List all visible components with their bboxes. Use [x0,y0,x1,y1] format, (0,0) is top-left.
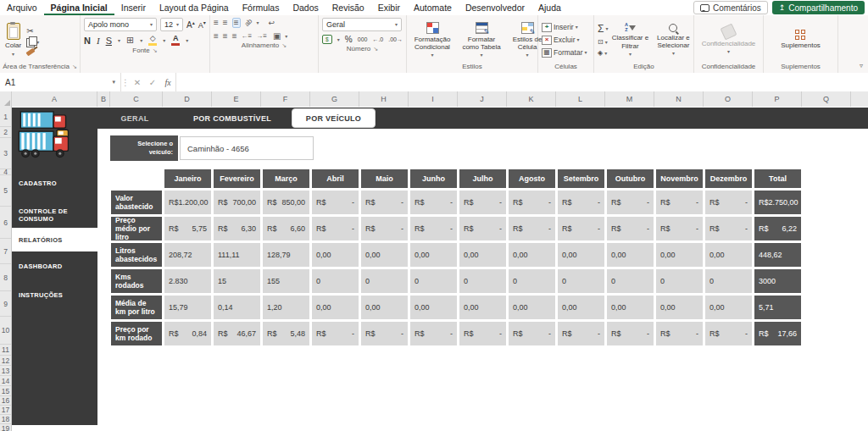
fill-color-button[interactable]: ◇ [148,35,157,46]
column-header-C[interactable]: C [110,91,163,107]
table-cell[interactable]: 0,00 [509,243,555,267]
table-cell[interactable]: R$1.200,00 [164,191,211,214]
table-cell[interactable]: R$- [607,322,654,345]
table-cell[interactable]: 5,71 [754,296,801,319]
month-header-marco[interactable]: Março [263,169,309,188]
table-cell[interactable]: R$- [410,322,457,345]
column-header-D[interactable]: D [163,91,212,107]
table-cell[interactable]: 0,00 [558,296,604,319]
decrease-decimal-icon[interactable]: .00→ [388,36,403,42]
table-cell[interactable]: 448,62 [754,243,801,267]
table-cell[interactable]: R$- [312,191,359,214]
increase-indent-icon[interactable]: →≡ [256,33,267,40]
table-cell[interactable]: R$- [558,191,604,214]
table-cell[interactable]: R$- [705,191,752,214]
underline-button[interactable]: S [106,36,112,46]
menu-tab-automate[interactable]: Automate [407,0,459,15]
dialog-launcher-icon[interactable]: ↘ [153,47,158,54]
table-cell[interactable]: 0 [705,269,752,293]
table-cell[interactable]: R$- [410,217,457,240]
menu-tab-inserir[interactable]: Inserir [114,0,153,15]
table-cell[interactable]: R$- [607,217,654,240]
bold-button[interactable]: N [84,36,91,46]
row-header-12[interactable]: 12 [0,356,11,366]
column-header-N[interactable]: N [654,91,704,107]
table-cell[interactable]: 0,00 [410,296,457,319]
month-header-janeiro[interactable]: Janeiro [164,169,211,188]
increase-decimal-icon[interactable]: ←.0 [372,36,383,42]
table-cell[interactable]: 128,79 [263,243,309,267]
table-cell[interactable]: 15,79 [164,296,211,319]
report-tab-por-veiculo[interactable]: POR VEÍCULO [292,108,376,128]
column-header-J[interactable]: J [458,91,507,107]
select-all-corner[interactable] [0,91,12,107]
row-label-valor-abastecido[interactable]: Valor abastecido [111,191,162,214]
column-header-H[interactable]: H [359,91,409,107]
table-cell[interactable]: R$6,30 [214,217,260,240]
table-cell[interactable]: R$5,75 [164,217,211,240]
vehicle-selector-input[interactable]: Caminhão - 4656 [180,136,314,160]
table-cell[interactable]: 155 [263,269,309,293]
table-cell[interactable]: 208,72 [164,243,211,267]
table-cell[interactable]: R$2.750,00 [754,191,801,214]
table-cell[interactable]: 0,00 [361,243,408,267]
row-header-11[interactable]: 11 [0,345,11,356]
table-cell[interactable]: R$- [459,322,506,345]
align-right-icon[interactable]: ≡ [232,32,237,41]
month-header-total[interactable]: Total [754,169,801,188]
row-header-17[interactable]: 17 [0,406,11,415]
row-header-5[interactable]: 5 [0,175,11,207]
month-header-dezembro[interactable]: Dezembro [705,169,752,188]
month-header-novembro[interactable]: Novembro [656,169,703,188]
column-header-B[interactable]: B [97,91,110,107]
table-cell[interactable]: 15 [214,269,260,293]
comments-button[interactable]: Comentários [693,1,768,14]
dialog-launcher-icon[interactable]: ↘ [373,46,378,52]
month-header-outubro[interactable]: Outubro [607,169,654,188]
row-header-18[interactable]: 18 [0,415,11,424]
table-cell[interactable]: 0,00 [459,296,506,319]
menu-tab-desenvolvedor[interactable]: Desenvolvedor [459,0,531,15]
menu-tab-pagina-inicial[interactable]: Página Inicial [44,0,114,15]
table-cell[interactable]: 3000 [754,269,801,293]
collapse-ribbon-icon[interactable]: ▿ [860,62,863,69]
month-header-fevereiro[interactable]: Fevereiro [214,169,260,188]
table-cell[interactable]: 0,00 [558,243,604,267]
table-cell[interactable]: R$6,60 [263,217,309,240]
addins-button[interactable]: Suplementos [779,29,822,50]
autosum-button[interactable]: Σ▾ [598,23,608,35]
menu-tab-dados[interactable]: Dados [286,0,325,15]
table-cell[interactable]: R$- [509,191,555,214]
insert-cells-button[interactable]: +Inserir▾ [542,23,590,32]
cut-button[interactable]: ✂ [26,26,39,36]
table-cell[interactable]: 111,11 [214,243,260,267]
report-tab-por-combustivel[interactable]: POR COMBUSTÍVEL [181,114,283,123]
column-header-O[interactable]: O [704,91,753,107]
sidebar-item-controle-de-consumo[interactable]: CONTROLE DE CONSUMO [12,203,97,227]
column-header-P[interactable]: P [753,91,802,107]
table-cell[interactable]: R$- [312,217,359,240]
dialog-launcher-icon[interactable]: ↘ [281,42,287,49]
table-cell[interactable]: R$- [656,191,703,214]
table-cell[interactable]: 0,00 [705,296,752,319]
table-cell[interactable]: R$- [607,191,654,214]
table-cell[interactable]: R$46,67 [214,322,260,345]
row-header-1[interactable]: 1 [0,107,11,127]
row-label-kms-rodados[interactable]: Kms rodados [111,269,162,293]
font-size-select[interactable]: 12▾ [160,18,183,31]
row-header-8[interactable]: 8 [0,264,11,291]
align-top-icon[interactable]: ≡ [214,19,219,27]
row-label-media-de-km-por-litro[interactable]: Média de km por litro [111,296,162,319]
table-cell[interactable]: 0 [558,269,604,293]
table-cell[interactable]: 0 [361,269,408,293]
column-header-K[interactable]: K [507,91,556,107]
table-cell[interactable]: 0,00 [459,243,506,267]
month-header-setembro[interactable]: Setembro [558,169,604,188]
month-header-abril[interactable]: Abril [312,169,359,188]
column-header-F[interactable]: F [261,91,310,107]
font-color-button[interactable]: A [171,35,180,46]
table-cell[interactable]: R$0,84 [164,322,211,345]
decrease-indent-icon[interactable]: ←≡ [242,33,253,40]
format-cells-button[interactable]: ▦Formatar▾ [542,48,590,58]
table-cell[interactable]: 0 [312,269,359,293]
